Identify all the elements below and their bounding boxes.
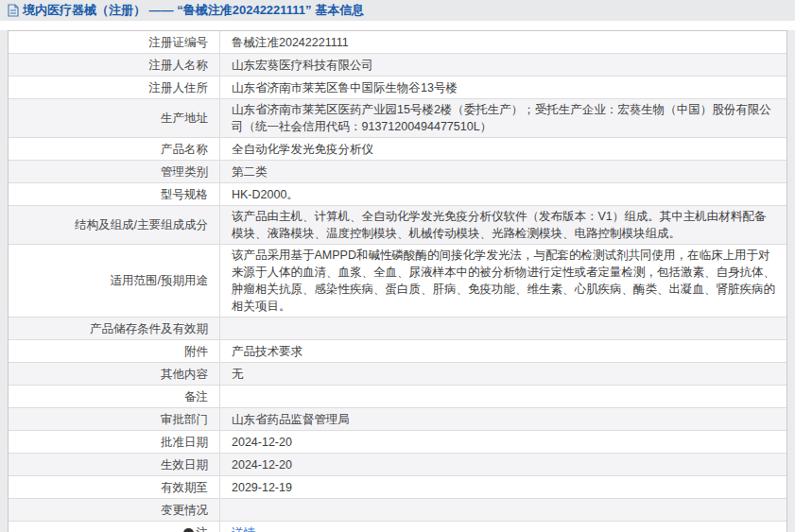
table-row: 注册证编号 鲁械注准20242221111 bbox=[9, 31, 786, 54]
row-label: 批准日期 bbox=[161, 434, 208, 451]
row-label-cell: 变更情况 bbox=[9, 499, 220, 521]
row-label: 产品储存条件及有效期 bbox=[90, 320, 208, 337]
table-row: 管理类别 第二类 bbox=[9, 161, 786, 183]
table-row: 批准日期 2024-12-20 bbox=[9, 431, 786, 454]
row-value: 该产品采用基于AMPPD和碱性磷酸酶的间接化学发光法，与配套的检测试剂共同使用，… bbox=[232, 247, 775, 315]
row-label: 生效日期 bbox=[161, 456, 208, 473]
row-value: 山东省药品监督管理局 bbox=[232, 411, 350, 428]
details-link[interactable]: 详情 bbox=[232, 524, 255, 532]
table-row: 变更情况 bbox=[9, 499, 786, 522]
row-label: 审批部门 bbox=[161, 411, 208, 428]
row-label-cell: 产品储存条件及有效期 bbox=[9, 317, 220, 339]
row-value: 山东省济南市莱芜区医药产业园15号楼2楼（委托生产）；受托生产企业：宏葵生物（中… bbox=[232, 101, 775, 135]
row-label-cell: 注册证编号 bbox=[9, 31, 220, 53]
row-value-cell: 鲁械注准20242221111 bbox=[220, 31, 786, 53]
row-value-cell: 山东省济南市莱芜区医药产业园15号楼2楼（委托生产）；受托生产企业：宏葵生物（中… bbox=[220, 99, 786, 137]
table-row: 注 详情 bbox=[9, 522, 786, 532]
table-row: 有效期至 2029-12-19 bbox=[9, 476, 786, 499]
row-value-cell: HK-D2000。 bbox=[220, 183, 786, 205]
row-value: 2024-12-20 bbox=[232, 456, 292, 473]
row-label: 管理类别 bbox=[161, 163, 208, 180]
row-label-cell: 结构及组成/主要组成成分 bbox=[9, 206, 220, 244]
table-row: 生效日期 2024-12-20 bbox=[9, 454, 786, 476]
row-value-cell bbox=[220, 499, 786, 521]
table-row: 适用范围/预期用途 该产品采用基于AMPPD和碱性磷酸酶的间接化学发光法，与配套… bbox=[9, 245, 786, 317]
row-label: 注册人名称 bbox=[149, 57, 209, 74]
document-icon bbox=[8, 4, 19, 17]
row-label-cell: 生效日期 bbox=[9, 454, 220, 475]
row-value: HK-D2000。 bbox=[232, 186, 299, 203]
row-label-cell: 注 bbox=[9, 522, 220, 532]
row-value-cell bbox=[220, 317, 786, 339]
table-row: 型号规格 HK-D2000。 bbox=[9, 183, 786, 206]
row-value-cell: 山东宏葵医疗科技有限公司 bbox=[220, 54, 786, 76]
row-value-cell: 详情 bbox=[220, 522, 786, 532]
row-value-cell: 产品技术要求 bbox=[220, 340, 786, 362]
row-value-cell bbox=[220, 386, 786, 407]
row-value-cell: 该产品由主机、计算机、全自动化学发光免疫分析仪软件（发布版本：V1）组成。其中主… bbox=[220, 206, 786, 244]
row-label: 型号规格 bbox=[161, 186, 208, 203]
table-row: 审批部门 山东省药品监督管理局 bbox=[9, 408, 786, 431]
row-value: 全自动化学发光免疫分析仪 bbox=[232, 141, 373, 158]
table-row: 注册人名称 山东宏葵医疗科技有限公司 bbox=[9, 54, 786, 77]
row-label: 注册证编号 bbox=[149, 34, 209, 51]
table-row: 结构及组成/主要组成成分 该产品由主机、计算机、全自动化学发光免疫分析仪软件（发… bbox=[9, 206, 786, 245]
row-label-cell: 产品名称 bbox=[9, 138, 220, 160]
row-label-cell: 型号规格 bbox=[9, 183, 220, 205]
row-value: 鲁械注准20242221111 bbox=[232, 34, 349, 51]
table-row: 产品名称 全自动化学发光免疫分析仪 bbox=[9, 138, 786, 161]
row-label: 适用范围/预期用途 bbox=[111, 272, 208, 289]
row-value-cell: 全自动化学发光免疫分析仪 bbox=[220, 138, 786, 160]
row-label-cell: 审批部门 bbox=[9, 408, 220, 430]
registration-table: 注册证编号 鲁械注准20242221111 注册人名称 山东宏葵医疗科技有限公司… bbox=[8, 30, 787, 532]
row-value: 2024-12-20 bbox=[232, 434, 292, 451]
row-label: 注 bbox=[197, 524, 209, 532]
row-value-cell: 山东省药品监督管理局 bbox=[220, 408, 786, 430]
row-value: 山东省济南市莱芜区鲁中国际生物谷13号楼 bbox=[232, 79, 458, 96]
row-label: 备注 bbox=[184, 388, 208, 405]
row-value-cell: 第二类 bbox=[220, 161, 786, 182]
table-row: 其他内容 无 bbox=[9, 363, 786, 386]
page-header: 境内医疗器械（注册） —— “鲁械注准20242221111” 基本信息 bbox=[0, 0, 795, 21]
row-label-cell: 生产地址 bbox=[9, 99, 220, 137]
row-label: 生产地址 bbox=[161, 110, 208, 127]
row-label: 变更情况 bbox=[161, 502, 208, 519]
row-value-cell: 2029-12-19 bbox=[220, 476, 786, 498]
row-value: 产品技术要求 bbox=[232, 343, 302, 360]
row-label: 附件 bbox=[184, 343, 208, 360]
row-label-cell: 管理类别 bbox=[9, 161, 220, 182]
row-label: 注册人住所 bbox=[149, 79, 209, 96]
table-row: 注册人住所 山东省济南市莱芜区鲁中国际生物谷13号楼 bbox=[9, 77, 786, 99]
row-label: 有效期至 bbox=[161, 479, 208, 496]
row-value-cell: 山东省济南市莱芜区鲁中国际生物谷13号楼 bbox=[220, 77, 786, 98]
row-value-cell: 2024-12-20 bbox=[220, 431, 786, 453]
row-value-cell: 2024-12-20 bbox=[220, 454, 786, 475]
row-label-cell: 其他内容 bbox=[9, 363, 220, 385]
row-value: 第二类 bbox=[232, 163, 268, 180]
row-label: 其他内容 bbox=[161, 366, 208, 383]
row-value-cell: 该产品采用基于AMPPD和碱性磷酸酶的间接化学发光法，与配套的检测试剂共同使用，… bbox=[220, 245, 786, 317]
row-label-cell: 有效期至 bbox=[9, 476, 220, 498]
row-label-cell: 注册人住所 bbox=[9, 77, 220, 98]
table-row: 备注 bbox=[9, 386, 786, 408]
row-value: 山东宏葵医疗科技有限公司 bbox=[232, 57, 373, 74]
row-value: 无 bbox=[232, 366, 244, 383]
row-label-cell: 注册人名称 bbox=[9, 54, 220, 76]
table-row: 生产地址 山东省济南市莱芜区医药产业园15号楼2楼（委托生产）；受托生产企业：宏… bbox=[9, 99, 786, 138]
row-label-cell: 附件 bbox=[9, 340, 220, 362]
row-value-cell: 无 bbox=[220, 363, 786, 385]
row-label: 结构及组成/主要组成成分 bbox=[75, 216, 208, 233]
row-label: 产品名称 bbox=[161, 141, 208, 158]
row-label-cell: 适用范围/预期用途 bbox=[9, 245, 220, 317]
page-title: 境内医疗器械（注册） —— “鲁械注准20242221111” 基本信息 bbox=[23, 2, 364, 19]
row-label-cell: 备注 bbox=[9, 386, 220, 407]
row-value: 该产品由主机、计算机、全自动化学发光免疫分析仪软件（发布版本：V1）组成。其中主… bbox=[232, 208, 775, 242]
comment-icon bbox=[183, 528, 194, 532]
table-row: 产品储存条件及有效期 bbox=[9, 317, 786, 340]
row-label-cell: 批准日期 bbox=[9, 431, 220, 453]
row-value: 2029-12-19 bbox=[232, 479, 292, 496]
table-row: 附件 产品技术要求 bbox=[9, 340, 786, 363]
header-divider-band bbox=[0, 21, 795, 30]
